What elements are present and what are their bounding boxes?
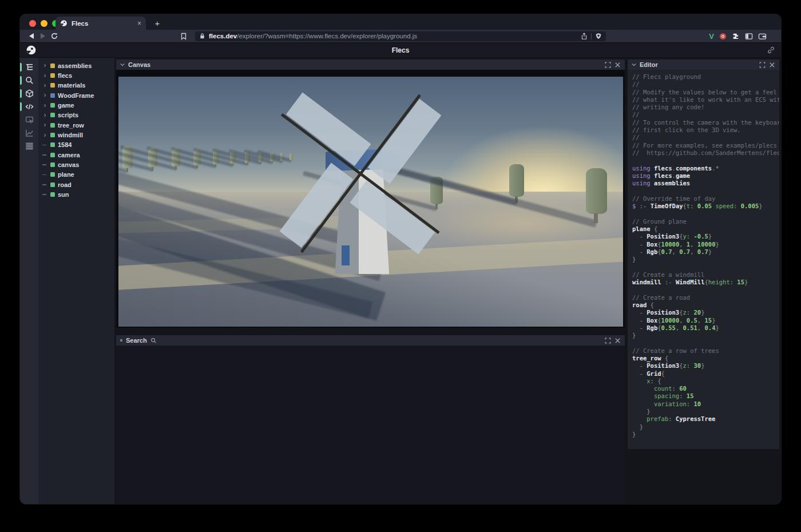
new-tab-button[interactable]: +: [150, 17, 164, 30]
rail-tree-view-button[interactable]: [20, 61, 38, 74]
sidebar-toggle-button[interactable]: [745, 33, 753, 40]
tree-item[interactable]: ›windmill: [38, 130, 114, 140]
browser-window: Flecs × + flecs.dev/explorer/?wasm=https…: [20, 14, 781, 504]
sidebar-icon: [745, 33, 753, 40]
code-line: - Position3{z: 20}: [632, 309, 779, 316]
leaf-dash-icon: [42, 174, 46, 176]
tab-close-icon[interactable]: ×: [137, 19, 141, 27]
code-line: [632, 210, 779, 217]
tree-item[interactable]: ›scripts: [38, 110, 114, 120]
link-icon: [767, 46, 775, 54]
tree-item[interactable]: ›game: [38, 100, 114, 110]
rail-code-button[interactable]: [20, 100, 38, 113]
fullscreen-icon[interactable]: [605, 62, 611, 68]
browser-toolbar: flecs.dev/explorer/?wasm=https://www.fle…: [20, 30, 781, 43]
browser-tab[interactable]: Flecs ×: [55, 17, 146, 30]
tree-item[interactable]: ›assemblies: [38, 61, 114, 70]
wallet-button[interactable]: [758, 33, 767, 40]
app-header: Flecs: [20, 43, 781, 58]
code-editor[interactable]: // Flecs playground//// Modify the value…: [628, 70, 779, 449]
code-line: //: [632, 111, 779, 118]
expand-caret-icon[interactable]: ›: [42, 113, 47, 118]
url-path: /explorer/?wasm=https://www.flecs.dev/ex…: [237, 33, 417, 39]
forward-button[interactable]: [37, 31, 49, 41]
code-line: [632, 286, 779, 293]
rail-table-button[interactable]: [20, 140, 38, 153]
editor-panel-header[interactable]: Editor: [628, 59, 779, 70]
rail-statistics-button[interactable]: [20, 126, 38, 140]
active-indicator: [20, 76, 22, 85]
tree-item[interactable]: sun: [38, 189, 114, 199]
urlbar-divider: [591, 33, 592, 39]
url-text: flecs.dev/explorer/?wasm=https://www.fle…: [209, 33, 577, 39]
canvas-panel: Canvas: [116, 59, 625, 328]
tree-item[interactable]: camera: [38, 150, 114, 160]
entity-color-swatch: [50, 63, 55, 68]
expand-caret-icon[interactable]: ›: [42, 122, 47, 128]
canvas-window-icon: [25, 116, 34, 124]
entity-color-swatch: [50, 142, 55, 147]
lock-icon: [199, 33, 205, 39]
editor-panel-title: Editor: [640, 61, 658, 68]
tree-item[interactable]: ›flecs: [38, 70, 114, 80]
tree-item-label: materials: [58, 82, 85, 89]
back-button[interactable]: [26, 31, 37, 41]
3d-viewport[interactable]: [118, 77, 623, 327]
entity-color-swatch: [50, 123, 55, 128]
expand-caret-icon[interactable]: ›: [42, 83, 47, 88]
leaf-dash-icon: [42, 145, 46, 146]
toolbar-extensions: V: [709, 32, 775, 41]
window-minimize-button[interactable]: [41, 20, 47, 27]
forward-icon: [41, 33, 45, 39]
tree-item[interactable]: canvas: [38, 160, 114, 169]
tree-item-label: plane: [58, 171, 74, 178]
code-line: // writing any code!: [632, 104, 779, 111]
brave-shield-button[interactable]: [595, 33, 602, 40]
code-line: prefab: CypressTree: [632, 415, 779, 423]
leaf-dash-icon: [42, 164, 46, 165]
code-line: //: [632, 81, 779, 88]
share-button[interactable]: [581, 33, 588, 40]
tree-item-label: scripts: [58, 112, 78, 118]
red-extension-icon[interactable]: [719, 33, 727, 40]
bookmarks-button[interactable]: [178, 31, 189, 41]
code-line: // first click on the 3D view.: [632, 126, 779, 134]
tree-item[interactable]: ›WoodFrame: [38, 90, 114, 100]
window-close-button[interactable]: [29, 20, 36, 27]
tree-item[interactable]: road: [38, 180, 114, 189]
code-line: $ :- TimeOfDay{t: 0.05 speed: 0.005}: [632, 203, 779, 210]
expand-caret-icon[interactable]: ›: [42, 133, 47, 138]
tree-item[interactable]: ›materials: [38, 81, 114, 90]
tree-item[interactable]: 1584: [38, 140, 114, 150]
flecs-explorer-page: Flecs: [20, 43, 781, 504]
fullscreen-icon[interactable]: [605, 338, 611, 344]
close-icon[interactable]: [769, 62, 775, 68]
reload-button[interactable]: [49, 31, 60, 41]
canvas-panel-header[interactable]: Canvas: [116, 59, 625, 70]
sidebar-icon-rail: [20, 58, 38, 504]
rail-entities-button[interactable]: [20, 87, 38, 100]
search-results-area[interactable]: [116, 346, 625, 504]
expand-caret-icon[interactable]: ›: [42, 63, 47, 68]
rail-search-button[interactable]: [20, 74, 38, 87]
tree-item[interactable]: ›tree_row: [38, 120, 114, 130]
close-icon[interactable]: [614, 338, 621, 344]
vue-devtools-icon[interactable]: V: [709, 32, 714, 41]
entity-color-swatch: [50, 73, 55, 78]
extensions-puzzle-button[interactable]: [732, 32, 740, 40]
expand-caret-icon[interactable]: ›: [42, 73, 47, 78]
fullscreen-icon[interactable]: [759, 62, 766, 68]
page-body: ›assemblies›flecs›materials›WoodFrame›ga…: [20, 58, 781, 504]
code-line: }: [632, 408, 779, 415]
expand-caret-icon[interactable]: ›: [42, 103, 47, 108]
cube-icon: [25, 89, 34, 98]
tree-item[interactable]: plane: [38, 170, 114, 180]
close-icon[interactable]: [614, 62, 621, 68]
url-bar[interactable]: flecs.dev/explorer/?wasm=https://www.fle…: [195, 31, 606, 41]
code-line: }: [632, 431, 779, 438]
search-panel-header[interactable]: Search: [116, 335, 625, 346]
code-line: using flecs.game: [632, 172, 779, 180]
share-link-button[interactable]: [767, 46, 775, 54]
rail-canvas-button[interactable]: [20, 113, 38, 126]
expand-caret-icon[interactable]: ›: [42, 93, 47, 98]
